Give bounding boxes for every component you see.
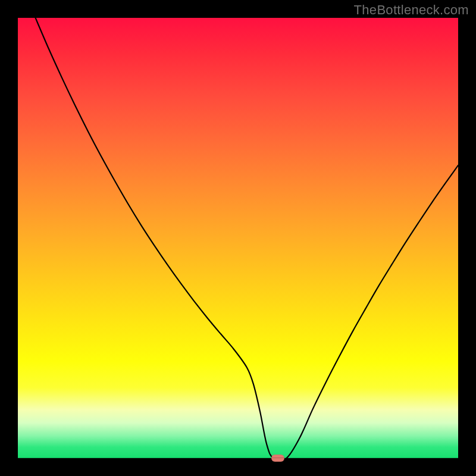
- bottleneck-curve: [18, 18, 458, 458]
- plot-area: [18, 18, 458, 458]
- min-marker: [271, 455, 284, 462]
- chart-stage: TheBottleneck.com: [0, 0, 476, 476]
- watermark-text: TheBottleneck.com: [354, 2, 469, 18]
